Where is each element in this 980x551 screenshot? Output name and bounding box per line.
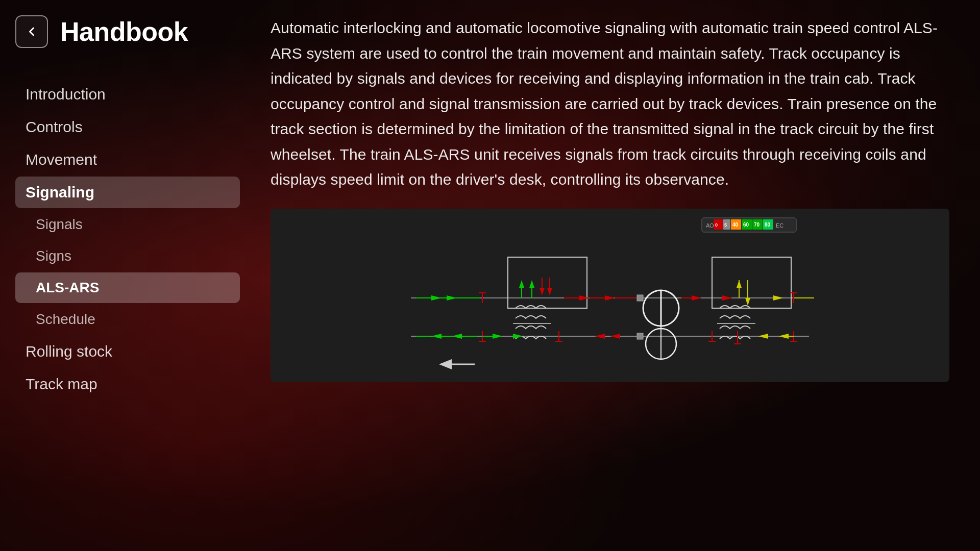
back-icon <box>24 24 39 39</box>
sidebar-item-label-rolling-stock: Rolling stock <box>15 336 240 367</box>
svg-rect-0 <box>406 209 814 382</box>
nav-list: IntroductionControlsMovementSignalingSig… <box>15 79 240 400</box>
app-header: Handbook <box>15 15 240 48</box>
sidebar-item-movement[interactable]: Movement <box>15 144 240 176</box>
sidebar-item-signs[interactable]: Signs <box>15 241 240 271</box>
sidebar-item-label-signals: Signals <box>15 209 240 240</box>
back-button[interactable] <box>15 15 48 48</box>
sidebar-item-rolling-stock[interactable]: Rolling stock <box>15 336 240 367</box>
sidebar-item-signaling[interactable]: Signaling <box>15 177 240 208</box>
svg-text:5: 5 <box>724 222 727 228</box>
svg-text:40: 40 <box>732 222 739 228</box>
main-layout: Handbook IntroductionControlsMovementSig… <box>0 0 980 551</box>
sidebar-item-label-controls: Controls <box>15 111 240 143</box>
svg-rect-83 <box>637 333 643 339</box>
svg-text:60: 60 <box>743 222 749 228</box>
diagram-svg: АО 0 5 40 60 70 80 ЕС <box>271 209 949 382</box>
sidebar-item-label-movement: Movement <box>15 144 240 176</box>
description-text: Automatic interlocking and automatic loc… <box>271 15 949 192</box>
sidebar-item-signals[interactable]: Signals <box>15 209 240 240</box>
svg-text:70: 70 <box>754 222 760 228</box>
sidebar-item-label-introduction: Introduction <box>15 79 240 110</box>
svg-rect-82 <box>637 295 643 301</box>
als-ars-diagram: АО 0 5 40 60 70 80 ЕС <box>271 209 949 382</box>
sidebar-item-label-signs: Signs <box>15 241 240 271</box>
sidebar-item-als-ars[interactable]: ALS-ARS <box>15 272 240 303</box>
sidebar-item-label-als-ars: ALS-ARS <box>15 272 240 303</box>
sidebar-item-schedule[interactable]: Schedule <box>15 304 240 335</box>
sidebar: Handbook IntroductionControlsMovementSig… <box>0 0 250 551</box>
svg-text:0: 0 <box>715 222 718 228</box>
svg-text:ЕС: ЕС <box>776 222 783 229</box>
svg-text:АО: АО <box>706 222 714 229</box>
sidebar-item-track-map[interactable]: Track map <box>15 368 240 400</box>
sidebar-item-introduction[interactable]: Introduction <box>15 79 240 110</box>
sidebar-item-label-schedule: Schedule <box>15 304 240 335</box>
sidebar-item-label-signaling: Signaling <box>15 177 240 208</box>
sidebar-item-label-track-map: Track map <box>15 368 240 400</box>
main-content: Automatic interlocking and automatic loc… <box>250 0 980 551</box>
app-title: Handbook <box>60 16 188 47</box>
svg-text:80: 80 <box>765 222 771 228</box>
sidebar-item-controls[interactable]: Controls <box>15 111 240 143</box>
